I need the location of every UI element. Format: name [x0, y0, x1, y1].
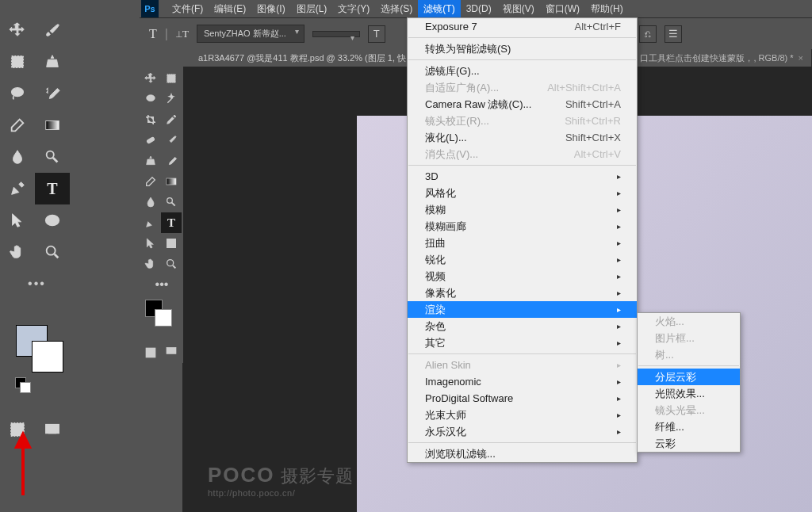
brush-tool-icon[interactable] — [161, 130, 182, 151]
menu-视图[interactable]: 视图(V) — [497, 0, 540, 17]
stamp-tool-icon[interactable] — [140, 151, 161, 171]
menu-item[interactable]: 扭曲 — [408, 235, 637, 251]
font-family-select[interactable]: SentyZHAO 新蒂赵... — [197, 25, 304, 43]
menu-item[interactable]: 渲染 — [408, 301, 637, 318]
dodge-tool-icon[interactable] — [35, 141, 70, 173]
pen-tool-icon[interactable] — [0, 173, 35, 204]
menu-item[interactable]: 风格化 — [408, 185, 637, 201]
history-brush-icon[interactable] — [35, 78, 70, 109]
menu-item: 消失点(V)...Alt+Ctrl+V — [408, 146, 637, 162]
menu-item[interactable]: 分层云彩 — [638, 369, 740, 385]
menu-item[interactable]: 其它 — [408, 334, 637, 351]
secondary-toolbar: T ••• — [140, 65, 183, 363]
default-colors-icon[interactable] — [15, 377, 31, 392]
menu-item[interactable]: 滤镜库(G)... — [408, 63, 637, 79]
brush-tool-icon[interactable] — [35, 14, 70, 46]
path-select-icon[interactable] — [140, 233, 161, 254]
eraser-tool-icon[interactable] — [0, 109, 35, 141]
svg-point-1 — [12, 88, 24, 97]
menu-item[interactable]: 转换为智能滤镜(S) — [408, 40, 637, 57]
document-tab[interactable]: a1R3A4677 @我是411 教程.psd @ 33.2% (图层 1, 快 — [190, 49, 415, 67]
menu-item[interactable]: 永乐汉化 — [408, 423, 637, 440]
more-tools-icon[interactable]: ••• — [140, 277, 183, 292]
svg-point-4 — [46, 216, 59, 226]
crop-tool-icon[interactable] — [140, 109, 161, 130]
pen-tool-icon[interactable] — [140, 212, 161, 233]
text-panel-icon[interactable]: ☰ — [665, 25, 682, 43]
menu-编辑[interactable]: 编辑(E) — [209, 0, 251, 17]
type-tool-icon[interactable]: T — [35, 173, 70, 204]
menu-item[interactable]: ProDigital Software — [408, 390, 637, 407]
menu-item[interactable]: 3D — [408, 168, 637, 185]
svg-rect-0 — [12, 56, 24, 68]
menu-item[interactable]: Exposure 7Alt+Ctrl+F — [408, 18, 637, 35]
lasso-tool-icon[interactable] — [140, 89, 161, 109]
background-color[interactable] — [32, 341, 63, 373]
document-tab[interactable]: 口工具栏点击创建快速蒙版，, RGB/8) *× — [632, 49, 812, 67]
menu-3D[interactable]: 3D(D) — [461, 0, 497, 17]
menu-窗口[interactable]: 窗口(W) — [540, 0, 585, 17]
heal-tool-icon[interactable] — [140, 130, 161, 151]
text-warp-icon[interactable]: ⎌ — [639, 25, 657, 43]
menu-item[interactable]: 光照效果... — [638, 385, 740, 402]
zoom-tool-icon[interactable] — [161, 254, 182, 274]
menu-item[interactable]: Imagenomic — [408, 373, 637, 390]
quick-mask-icon[interactable] — [140, 342, 161, 363]
more-tools-icon[interactable]: ••• — [0, 268, 74, 300]
dodge-tool-icon[interactable] — [161, 192, 182, 212]
menu-图层[interactable]: 图层(L) — [291, 0, 333, 17]
hand-tool-icon[interactable] — [0, 236, 35, 268]
annotation-arrow — [13, 428, 33, 499]
close-icon[interactable]: × — [799, 53, 803, 63]
text-align-icon[interactable]: T — [368, 25, 385, 43]
history-brush-icon[interactable] — [161, 151, 182, 171]
path-select-icon[interactable] — [0, 204, 35, 236]
menu-item[interactable]: 云彩 — [638, 435, 740, 452]
font-style-select[interactable] — [312, 31, 360, 37]
zoom-tool-icon[interactable] — [35, 236, 70, 268]
color-swatches[interactable] — [0, 322, 74, 385]
menu-item[interactable]: 纤维... — [638, 418, 740, 435]
secondary-swatches[interactable] — [140, 298, 183, 341]
menu-item[interactable]: 液化(L)...Shift+Ctrl+X — [408, 129, 637, 146]
blur-tool-icon[interactable] — [0, 141, 35, 173]
gradient-tool-icon[interactable] — [35, 109, 70, 141]
gradient-tool-icon[interactable] — [161, 171, 182, 192]
svg-rect-19 — [167, 347, 176, 353]
marquee-tool-icon[interactable] — [161, 68, 182, 89]
clone-stamp-icon[interactable] — [35, 46, 70, 78]
menu-选择[interactable]: 选择(S) — [375, 0, 418, 17]
menu-item[interactable]: 视频 — [408, 268, 637, 285]
lasso-tool-icon[interactable] — [0, 78, 35, 109]
marquee-tool-icon[interactable] — [0, 46, 35, 78]
move-tool-icon[interactable] — [140, 68, 161, 89]
menu-item[interactable]: 杂色 — [408, 318, 637, 334]
menu-滤镜[interactable]: 滤镜(T) — [418, 0, 460, 17]
menu-item[interactable]: 模糊画廊 — [408, 218, 637, 235]
menu-item[interactable]: 模糊 — [408, 201, 637, 218]
menu-item[interactable]: Camera Raw 滤镜(C)...Shift+Ctrl+A — [408, 96, 637, 113]
move-tool-icon[interactable] — [0, 14, 35, 46]
menu-item[interactable]: 光束大师 — [408, 407, 637, 423]
ellipse-shape-icon[interactable] — [35, 204, 70, 236]
blur-tool-icon[interactable] — [140, 192, 161, 212]
menu-文件[interactable]: 文件(F) — [167, 0, 209, 17]
screen-mode-icon[interactable] — [161, 341, 182, 361]
orientation-icon[interactable]: ⟂T — [176, 28, 189, 40]
menu-item[interactable]: 锐化 — [408, 251, 637, 268]
type-preset-icon[interactable]: T — [149, 27, 157, 41]
screen-mode-icon[interactable] — [35, 412, 70, 447]
menu-item[interactable]: 像素化 — [408, 285, 637, 301]
eraser-tool-icon[interactable] — [140, 171, 161, 192]
type-tool-icon[interactable]: T — [161, 212, 182, 233]
hand-tool-icon[interactable] — [140, 254, 161, 274]
menu-文字[interactable]: 文字(Y) — [332, 0, 375, 17]
app-logo[interactable]: Ps — [141, 0, 159, 17]
eyedropper-icon[interactable] — [161, 109, 182, 130]
svg-point-5 — [47, 246, 56, 255]
menu-item[interactable]: 浏览联机滤镜... — [408, 445, 637, 462]
shape-tool-icon[interactable] — [161, 233, 182, 254]
menu-帮助[interactable]: 帮助(H) — [585, 0, 629, 17]
wand-tool-icon[interactable] — [161, 89, 182, 109]
menu-图像[interactable]: 图像(I) — [251, 0, 290, 17]
